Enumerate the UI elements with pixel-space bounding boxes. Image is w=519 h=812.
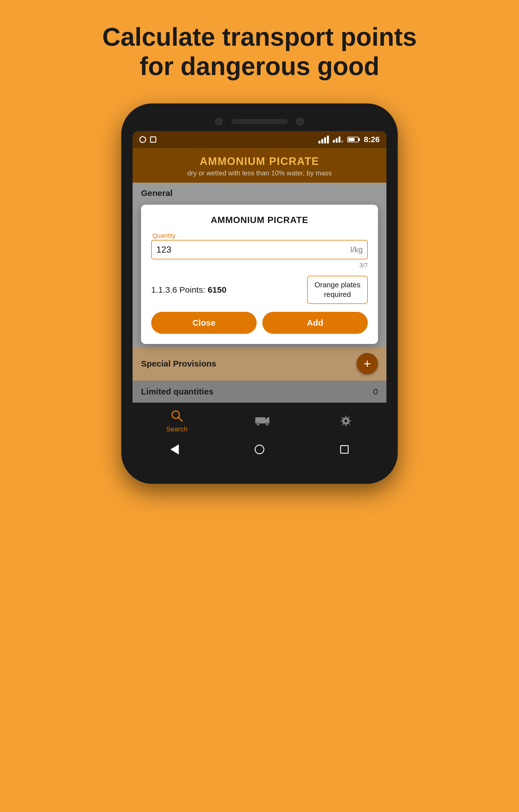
svg-line-1	[179, 417, 182, 421]
svg-point-4	[257, 423, 259, 425]
quantity-field-wrapper: Quantity 123 l/kg	[151, 232, 368, 259]
dialog-card: AMMONIUM PICRATE Quantity 123 l/kg 3/7 1…	[141, 205, 378, 344]
svg-rect-15	[342, 420, 343, 422]
quantity-label: Quantity	[151, 232, 368, 239]
phone-top-bar	[133, 118, 386, 125]
back-button[interactable]	[170, 444, 179, 455]
general-section: General	[133, 183, 386, 202]
truck-icon	[255, 414, 272, 428]
svg-rect-9	[345, 417, 347, 418]
svg-rect-2	[255, 417, 266, 424]
nav-item-search[interactable]: Search	[166, 409, 188, 433]
svg-rect-11	[348, 420, 350, 422]
app-header-title: AMMONIUM PICRATE	[141, 155, 378, 168]
quantity-input-field[interactable]: 123 l/kg	[151, 240, 368, 259]
wifi-icon	[319, 136, 329, 144]
front-camera-right	[296, 118, 304, 125]
search-nav-label: Search	[166, 425, 188, 433]
svg-point-6	[267, 423, 268, 425]
points-value: 6150	[208, 285, 226, 294]
front-camera	[215, 118, 223, 125]
close-button[interactable]: Close	[151, 312, 257, 334]
limited-quantities-row[interactable]: Limited quantities 0	[133, 381, 386, 403]
fab-add-button[interactable]: +	[357, 353, 378, 374]
status-bar: 8:26	[133, 131, 386, 148]
svg-point-8	[344, 419, 348, 423]
status-square-icon	[150, 137, 156, 143]
special-provisions-label: Special Provisions	[141, 359, 216, 369]
status-circle-icon	[139, 136, 146, 143]
phone-screen: 8:26 AMMONIUM PICRATE dry or wetted with…	[133, 131, 386, 461]
gear-icon	[339, 414, 353, 428]
limited-quantities-label: Limited quantities	[141, 387, 214, 397]
signal-icon	[333, 137, 343, 143]
nav-item-settings[interactable]	[339, 414, 353, 428]
below-dialog-area: Special Provisions + Limited quantities …	[133, 347, 386, 403]
recents-button[interactable]	[340, 445, 349, 454]
add-button[interactable]: Add	[262, 312, 368, 334]
page-title: Calculate transport points for dangerous…	[74, 23, 445, 81]
counter-text: 3/7	[151, 262, 368, 269]
status-right-icons: 8:26	[319, 135, 380, 144]
status-time: 8:26	[364, 135, 380, 144]
dialog-container: AMMONIUM PICRATE Quantity 123 l/kg 3/7 1…	[133, 202, 386, 347]
limited-quantities-value: 0	[373, 387, 378, 397]
home-button[interactable]	[255, 445, 264, 454]
orange-plates-button[interactable]: Orange platesrequired	[307, 276, 368, 304]
svg-rect-13	[345, 424, 347, 425]
quantity-value: 123	[156, 244, 350, 255]
special-provisions-row[interactable]: Special Provisions +	[133, 347, 386, 381]
dialog-title: AMMONIUM PICRATE	[151, 215, 368, 225]
points-label: 1.1.3.6 Points: 6150	[151, 285, 226, 295]
dialog-buttons: Close Add	[151, 312, 368, 334]
app-header: AMMONIUM PICRATE dry or wetted with less…	[133, 148, 386, 183]
phone-speaker	[231, 119, 288, 124]
general-label: General	[141, 188, 378, 198]
search-icon	[170, 409, 184, 423]
points-row: 1.1.3.6 Points: 6150 Orange platesrequir…	[151, 276, 368, 304]
status-left-icons	[139, 136, 156, 143]
battery-icon	[347, 137, 360, 142]
phone-shell: 8:26 AMMONIUM PICRATE dry or wetted with…	[121, 104, 398, 484]
quantity-unit: l/kg	[350, 245, 363, 254]
app-header-subtitle: dry or wetted with less than 10% water, …	[141, 169, 378, 177]
android-nav-bar	[133, 438, 386, 461]
bottom-nav: Search	[133, 403, 386, 438]
nav-item-truck[interactable]	[255, 414, 272, 428]
